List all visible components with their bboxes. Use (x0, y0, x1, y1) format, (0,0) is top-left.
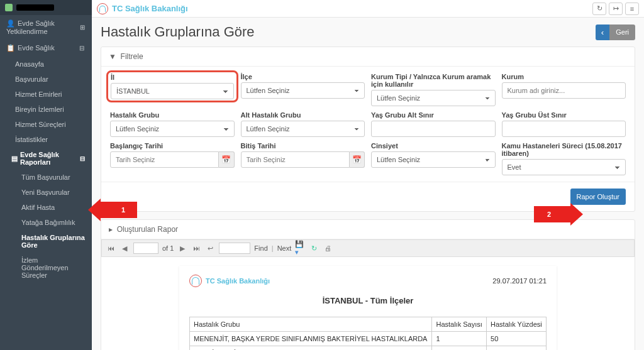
field-il: İl İSTANBUL (110, 73, 235, 106)
report-table: Hastalık Grubu Hastalık Sayısı Hastalık … (189, 317, 547, 350)
sidebar-sub-hizmet-surecleri[interactable]: Hizmet Süreçleri (0, 117, 92, 132)
highlight-il: İl İSTANBUL (106, 70, 238, 102)
input-yas-ust[interactable] (502, 121, 626, 137)
back-icon[interactable]: ↩ (205, 243, 215, 253)
first-page-icon[interactable]: ⏮ (106, 243, 116, 253)
print-icon[interactable]: 🖨 (323, 243, 333, 253)
arrow-left-icon (88, 199, 101, 221)
select-hastalik-grubu[interactable]: Lütfen Seçiniz (110, 121, 235, 137)
input-baslangic[interactable] (110, 151, 219, 168)
next-label[interactable]: Next (277, 244, 292, 252)
annotation-arrow-2-label: 2 (534, 206, 570, 222)
sidebar-report-tum[interactable]: Tüm Başvurular (0, 170, 92, 185)
sidebar-report-yataga[interactable]: Yatağa Bağımlılık (0, 215, 92, 230)
logout-button[interactable]: ↦ (609, 3, 623, 15)
prev-page-icon[interactable]: ◀ (119, 243, 130, 253)
calendar-icon[interactable]: 📅 (350, 151, 365, 168)
sidebar: 👤Evde Sağlık Yetkilendirme ⊞ 📋Evde Sağlı… (0, 0, 92, 350)
filter-panel: ▼ Filtrele İl İSTANBUL (101, 46, 635, 212)
field-cinsiyet: Cinsiyet Lütfen Seçiniz (371, 142, 496, 175)
sidebar-item-evde-saglik[interactable]: 📋Evde Sağlık ⊟ (0, 40, 92, 57)
caret-icon: ▸ (109, 225, 113, 234)
select-ilce[interactable]: Lütfen Seçiniz (241, 82, 365, 99)
report-heading: Oluşturulan Rapor (117, 225, 178, 234)
col-hastalik-grubu: Hastalık Grubu (190, 317, 432, 332)
sidebar-sub-basvurular[interactable]: Başvurular (0, 72, 92, 87)
label-kamu: Kamu Hastaneleri Süreci (15.08.2017 itib… (502, 142, 626, 157)
label-bitis: Bitiş Tarihi (241, 142, 365, 150)
page-header: Hastalık Gruplarına Göre ‹ Geri (92, 18, 644, 46)
sidebar-sub-reports[interactable]: ▤Evde Sağlık Raporları ⊟ (0, 147, 92, 170)
main: TC Sağlık Bakanlığı ↻ ↦ ≡ Hastalık Grupl… (92, 0, 644, 350)
sidebar-sub-istatistikler[interactable]: İstatistikler (0, 132, 92, 147)
field-yas-ust: Yaş Grubu Üst Sınır (502, 111, 626, 137)
select-cinsiyet[interactable]: Lütfen Seçiniz (371, 151, 496, 168)
label-yas-ust: Yaş Grubu Üst Sınır (502, 111, 626, 119)
field-kurum-tipi: Kurum Tipi / Yalnızca Kurum aramak için … (371, 73, 496, 106)
find-label[interactable]: Find (254, 244, 267, 252)
annotation-arrow-2: 2 (534, 203, 583, 226)
clipboard-icon: 📋 (6, 44, 14, 52)
refresh-icon[interactable]: ↻ (309, 243, 319, 253)
brand: TC Sağlık Bakanlığı (97, 3, 188, 14)
report-page: TC Sağlık Bakanlığı 29.07.2017 01:21 İST… (179, 266, 557, 350)
refresh-button[interactable]: ↻ (592, 3, 606, 15)
sidebar-report-aktif[interactable]: Aktif Hasta (0, 200, 92, 215)
back-button[interactable]: Geri (609, 25, 635, 40)
sidebar-report-izlem[interactable]: İzlem Gönderilmeyen Süreçler (0, 253, 92, 283)
sidebar-report-hastalik[interactable]: Hastalık Gruplarına Göre (0, 230, 92, 253)
field-bitis: Bitiş Tarihi 📅 (241, 142, 365, 175)
filter-panel-head: ▼ Filtrele (101, 47, 635, 67)
export-icon[interactable]: 💾▾ (295, 243, 305, 253)
topbar: TC Sağlık Bakanlığı ↻ ↦ ≡ (92, 0, 644, 18)
select-alt-hastalik[interactable]: Lütfen Seçiniz (241, 121, 365, 137)
sidebar-reports-label: Evde Sağlık Raporları (20, 151, 79, 166)
label-kurum: Kurum (502, 73, 626, 80)
label-yas-alt: Yaş Grubu Alt Sınır (371, 111, 496, 119)
report-panel: ▸ Oluşturulan Rapor ⏮ ◀ of 1 ▶ ⏭ ↩ Find … (101, 219, 635, 350)
select-il[interactable]: İSTANBUL (111, 83, 234, 99)
sidebar-label: Evde Sağlık (18, 44, 55, 52)
input-bitis[interactable] (241, 151, 350, 168)
field-alt-hastalik: Alt Hastalık Grubu Lütfen Seçiniz (241, 111, 365, 137)
annotation-arrow-1-label: 1 (101, 202, 137, 218)
input-yas-alt[interactable] (371, 121, 496, 137)
label-cinsiyet: Cinsiyet (371, 142, 496, 150)
label-il: İl (111, 74, 234, 81)
filter-heading: Filtrele (121, 52, 143, 61)
cell: 50 (487, 332, 547, 346)
user-avatar (5, 4, 13, 11)
calendar-icon[interactable]: 📅 (219, 151, 234, 168)
brand-logo-icon (97, 3, 108, 14)
field-kurum: Kurum (502, 73, 626, 106)
input-kurum[interactable] (502, 82, 626, 99)
minus-icon: ⊟ (78, 45, 86, 52)
next-page-icon[interactable]: ▶ (177, 243, 187, 253)
label-ilce: İlçe (241, 73, 365, 80)
content: ▼ Filtrele İl İSTANBUL (92, 46, 644, 350)
back-arrow-button[interactable]: ‹ (596, 25, 609, 40)
cell: 1 (432, 346, 487, 351)
sidebar-item-yetkilendirme[interactable]: 👤Evde Sağlık Yetkilendirme ⊞ (0, 15, 92, 40)
sidebar-sub-hizmet-emirleri[interactable]: Hizmet Emirleri (0, 87, 92, 102)
cell: MENENJİT, BAŞKA YERDE SINIFLANMIŞ BAKTER… (190, 332, 432, 346)
col-hastalik-yuzdesi: Hastalık Yüzdesi (487, 317, 547, 332)
sidebar-user (0, 0, 92, 15)
label-alt-hastalik: Alt Hastalık Grubu (241, 111, 365, 119)
sidebar-sub-anasayfa[interactable]: Anasayfa (0, 57, 92, 72)
field-yas-alt: Yaş Grubu Alt Sınır (371, 111, 496, 137)
report-title: İSTANBUL - Tüm İlçeler (189, 296, 547, 305)
sidebar-report-yeni[interactable]: Yeni Başvurular (0, 185, 92, 200)
field-hastalik-grubu: Hastalık Grubu Lütfen Seçiniz (110, 111, 235, 137)
last-page-icon[interactable]: ⏭ (191, 243, 201, 253)
select-kurum-tipi[interactable]: Lütfen Seçiniz (371, 90, 496, 106)
filter-footer: 2 Rapor Oluştur (101, 182, 635, 211)
list-icon: ▤ (11, 155, 18, 163)
select-kamu[interactable]: Evet (502, 159, 626, 175)
page-input[interactable] (133, 243, 158, 254)
menu-button[interactable]: ≡ (625, 3, 639, 15)
top-actions: ↻ ↦ ≡ (592, 3, 639, 15)
cell: 50 (487, 346, 547, 351)
find-input[interactable] (219, 243, 250, 254)
sidebar-sub-bireyin-izlemleri[interactable]: Bireyin İzlemleri (0, 102, 92, 117)
